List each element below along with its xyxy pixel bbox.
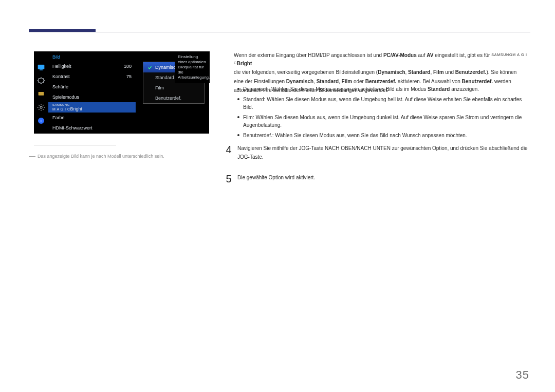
check-icon <box>147 65 152 70</box>
osd-menu-title: Bild <box>48 51 136 61</box>
osd-sub-label: Standard <box>155 75 174 80</box>
osd-item-label: Spielemodus <box>52 95 79 100</box>
picture-icon <box>36 63 46 72</box>
model-note: ―Das angezeigte Bild kann je nach Modell… <box>29 152 164 160</box>
osd-item-label: HDMI-Schwarzwert <box>52 125 92 130</box>
osd-item-value: 100 <box>124 64 132 69</box>
bullet-list: •Dynamisch: Wählen Sie diesen Modus aus,… <box>234 85 532 141</box>
svg-marker-2 <box>38 78 44 84</box>
osd-item-color[interactable]: Farbe <box>48 113 136 123</box>
svg-point-4 <box>40 106 42 108</box>
note-separator <box>34 145 116 145</box>
settings-icon <box>36 76 46 85</box>
step-5: 5 Die gewählte Option wird aktiviert. <box>222 173 530 184</box>
osd-main-menu: Bild Helligkeit100 Kontrast75 Schärfe Sp… <box>48 51 136 134</box>
step-text: Die gewählte Option wird aktiviert. <box>235 173 530 182</box>
bullet-film: •Film: Wählen Sie diesen Modus aus, wenn… <box>234 114 532 129</box>
osd-item-gamemode[interactable]: Spielemodus <box>48 92 136 102</box>
osd-sub-label: Film <box>155 85 164 90</box>
header-rule <box>29 32 530 32</box>
display-icon <box>36 89 46 99</box>
osd-item-label: Helligkeit <box>52 64 71 69</box>
osd-item-contrast[interactable]: Kontrast75 <box>48 71 136 82</box>
bullet-dynamic: •Dynamisch: Wählen Sie diesen Modus aus,… <box>234 85 532 94</box>
osd-item-label: SAMSUNG M A G I CBright <box>52 103 82 111</box>
osd-item-label: Schärfe <box>52 84 68 89</box>
step-4: 4 Navigieren Sie mithilfe der JOG-Taste … <box>222 144 530 161</box>
step-number: 4 <box>222 144 235 155</box>
osd-help-text: Einstellung einer optimalen Bildqualität… <box>175 51 210 83</box>
svg-rect-1 <box>40 70 42 70</box>
osd-sub-film[interactable]: Film <box>143 83 204 93</box>
osd-item-brightness[interactable]: Helligkeit100 <box>48 61 136 71</box>
osd-item-hdmi-black[interactable]: HDMI-Schwarzwert <box>48 123 136 133</box>
osd-item-label: Kontrast <box>52 74 70 79</box>
osd-sub-custom[interactable]: Benutzerdef. <box>143 93 204 103</box>
svg-text:i: i <box>41 119 42 123</box>
osd-item-label: Farbe <box>52 115 65 120</box>
page-number: 35 <box>516 368 529 382</box>
gear-icon <box>36 103 46 112</box>
bullet-standard: •Standard: Wählen Sie diesen Modus aus, … <box>234 96 532 111</box>
osd-sub-label: Benutzerdef. <box>155 96 181 101</box>
osd-icon-rail: i <box>34 51 48 134</box>
osd-item-magicbright[interactable]: SAMSUNG M A G I CBright <box>48 102 136 113</box>
info-icon: i <box>36 116 46 125</box>
svg-rect-3 <box>39 92 44 96</box>
step-number: 5 <box>222 173 235 184</box>
osd-item-value: 75 <box>126 74 132 79</box>
bullet-custom: •Benutzerdef.: Wählen Sie diesen Modus a… <box>234 132 532 140</box>
page: i Bild Helligkeit100 Kontrast75 Schärfe … <box>0 0 555 392</box>
osd-item-sharpness[interactable]: Schärfe <box>48 82 136 92</box>
svg-rect-0 <box>38 65 44 69</box>
step-text: Navigieren Sie mithilfe der JOG-Taste NA… <box>235 144 530 161</box>
